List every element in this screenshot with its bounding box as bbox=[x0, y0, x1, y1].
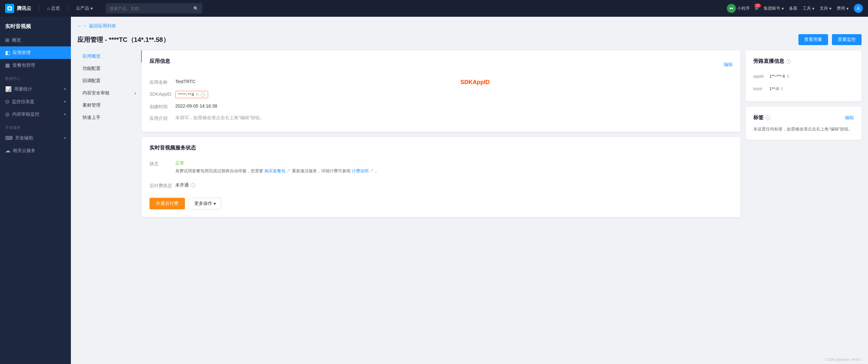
more-actions-label: 更多操作 bbox=[194, 201, 212, 206]
copy-icon[interactable]: ⎘ bbox=[196, 92, 199, 97]
service-status-card: 实时音视频服务状态 状态 正常 免费试用套餐包用完或过期将自动停服，您需要 购买… bbox=[142, 137, 740, 217]
sdk-app-id-row: SDKAppID ****-**8 ⎘ i bbox=[150, 88, 733, 101]
fee-label: 费用 bbox=[837, 5, 845, 11]
chevron-down-icon2: ▾ bbox=[782, 6, 784, 11]
tags-card-title-area: 标签 i bbox=[753, 114, 770, 121]
buy-package-link[interactable]: 购买套餐包 bbox=[265, 168, 285, 173]
mini-program-icon bbox=[727, 4, 736, 13]
sub-nav-item-label: 素材管理 bbox=[83, 102, 100, 108]
quality-monitor-button[interactable]: 质量监控 bbox=[832, 34, 862, 45]
bizid-value: 1**-0 bbox=[769, 86, 779, 91]
page-title: 应用管理 - ****TC（14*.1**.58） bbox=[77, 35, 169, 44]
page-header: 应用管理 - ****TC（14*.1**.58） 查看用量 质量监控 bbox=[77, 34, 862, 45]
sidebar-item-label: 套餐包管理 bbox=[12, 63, 35, 68]
back-to-app-list-link[interactable]: ← ← 返回应用列表 bbox=[77, 23, 862, 29]
fee-nav-item[interactable]: 费用 ▾ bbox=[837, 5, 849, 11]
billing-explanation-link[interactable]: 计费说明 bbox=[352, 168, 369, 173]
status-value: 正常 bbox=[175, 160, 184, 166]
svg-point-3 bbox=[732, 8, 733, 9]
sidebar-item-package-management[interactable]: ▦ 套餐包管理 bbox=[0, 59, 71, 71]
cloud-products-nav-item[interactable]: 云产品 ▾ bbox=[76, 5, 93, 11]
cloud-products-label: 云产品 bbox=[76, 5, 89, 11]
tags-description: 未设置任何标签，如需修改请点击右上角"编辑"按钮。 bbox=[753, 126, 854, 132]
sub-nav-material-management[interactable]: 素材管理 bbox=[77, 99, 142, 111]
sub-nav-feature-config[interactable]: 功能配置 bbox=[77, 63, 142, 75]
group-account-nav-item[interactable]: 集团账号 ▾ bbox=[764, 5, 784, 11]
sub-nav-app-overview[interactable]: 应用概览 bbox=[77, 50, 142, 63]
search-icon: 🔍 bbox=[193, 6, 198, 11]
app-intro-value: 未填写，如需修改请点击右上角"编辑"按钮。 bbox=[175, 115, 733, 121]
app-info-card-title: 应用信息 bbox=[150, 58, 170, 65]
app-icon: ◧ bbox=[5, 49, 10, 56]
tags-info-icon[interactable]: i bbox=[766, 115, 770, 120]
app-name-row: 应用名称 TestTRTC SDKAppID bbox=[150, 76, 733, 88]
sidebar-item-content-audit-monitor[interactable]: ◎ 内容审核监控 ▾ bbox=[0, 108, 71, 121]
content-area: 应用信息 编辑 应用名称 TestTRTC SDKAppID bbox=[142, 50, 862, 222]
app-info-edit-link[interactable]: 编辑 bbox=[724, 62, 733, 68]
section-label: 数据中心 bbox=[5, 76, 21, 81]
status-description: 免费试用套餐包用完或过期将自动停服，您需要 购买套餐包 ↗ 重新激活服务，详细计… bbox=[175, 167, 733, 174]
relay-info-icon[interactable]: i bbox=[786, 59, 791, 64]
sidebar-item-monitor-dashboard[interactable]: ⊙ 监控仪表盘 ▾ bbox=[0, 95, 71, 108]
sub-nav-item-label: 回调配置 bbox=[83, 78, 100, 83]
appid-copy-icon[interactable]: ⎘ bbox=[787, 74, 789, 78]
chevron-down-icon: ▾ bbox=[91, 6, 93, 11]
sdk-app-id-label: SDKAppID bbox=[150, 91, 175, 97]
view-usage-button[interactable]: 查看用量 bbox=[798, 34, 828, 45]
left-sidebar: 实时音视频 ⊞ 概览 ◧ 应用管理 ▦ 套餐包管理 数据中心 📊 用量统计 ▾ … bbox=[0, 17, 71, 364]
sidebar-item-app-management[interactable]: ◧ 应用管理 bbox=[0, 46, 71, 59]
section-dev-service: 开发服务 bbox=[0, 121, 71, 132]
logo[interactable]: 腾讯云 bbox=[5, 4, 31, 13]
info-icon[interactable]: i bbox=[201, 93, 205, 97]
bizid-copy-icon[interactable]: ⎘ bbox=[781, 86, 783, 91]
home-icon: ⌂ bbox=[47, 6, 50, 11]
postpay-info-icon[interactable]: i bbox=[191, 183, 195, 188]
sub-nav-callback-config[interactable]: 回调配置 bbox=[77, 75, 142, 87]
postpay-row: 后付费状态 未开通 i bbox=[150, 180, 733, 191]
bizid-label: bizid bbox=[753, 86, 769, 91]
sub-nav-quick-start[interactable]: 快速上手 bbox=[77, 111, 142, 124]
sidebar-item-label: 监控仪表盘 bbox=[12, 99, 34, 105]
sub-nav-item-label: 快速上手 bbox=[83, 115, 100, 120]
tags-card-title: 标签 bbox=[753, 114, 764, 121]
message-badge: 25 bbox=[754, 4, 761, 8]
message-nav-item[interactable]: ✉ 25 bbox=[755, 6, 758, 11]
sidebar-title: 实时音视频 bbox=[0, 17, 71, 34]
support-nav-item[interactable]: 支持 ▾ bbox=[820, 5, 832, 11]
sidebar-item-usage-stats[interactable]: 📊 用量统计 ▾ bbox=[0, 83, 71, 95]
sidebar-item-label: 用量统计 bbox=[14, 86, 32, 92]
tags-edit-link[interactable]: 编辑 bbox=[845, 115, 854, 121]
chart-icon: 📊 bbox=[5, 86, 11, 92]
left-column: 应用信息 编辑 应用名称 TestTRTC SDKAppID bbox=[142, 50, 740, 222]
sidebar-item-related-cloud-services[interactable]: ☁ 相关云服务 bbox=[0, 144, 71, 157]
status-row: 状态 正常 免费试用套餐包用完或过期将自动停服，您需要 购买套餐包 ↗ 重新激活… bbox=[150, 158, 733, 177]
chevron-down-icon: ▾ bbox=[64, 100, 66, 103]
content-wrapper: 应用信息 编辑 应用名称 TestTRTC SDKAppID bbox=[142, 50, 862, 222]
more-actions-button[interactable]: 更多操作 ▾ bbox=[189, 198, 221, 209]
package-icon: ▦ bbox=[5, 62, 10, 68]
status-value-area: 正常 免费试用套餐包用完或过期将自动停服，您需要 购买套餐包 ↗ 重新激活服务，… bbox=[175, 160, 733, 174]
sidebar-item-dev-assist[interactable]: ⌨ 开发辅助 ▾ bbox=[0, 132, 71, 144]
main-layout: 实时音视频 ⊞ 概览 ◧ 应用管理 ▦ 套餐包管理 数据中心 📊 用量统计 ▾ … bbox=[0, 0, 868, 364]
home-nav-item[interactable]: ⌂ 总览 bbox=[47, 5, 60, 11]
tools-label: 工具 bbox=[803, 5, 811, 11]
sub-nav-content-security[interactable]: 内容安全审核 › bbox=[77, 87, 142, 99]
sidebar-item-label: 相关云服务 bbox=[13, 148, 35, 154]
app-intro-row: 应用介绍 未填写，如需修改请点击右上角"编辑"按钮。 bbox=[150, 112, 733, 124]
chevron-down-icon5: ▾ bbox=[846, 6, 849, 11]
sub-content-layout: 应用概览 功能配置 回调配置 内容安全审核 › 素材管理 快速上手 bbox=[77, 50, 862, 222]
sidebar-item-overview[interactable]: ⊞ 概览 bbox=[0, 34, 71, 46]
main-content-area: ← ← 返回应用列表 应用管理 - ****TC（14*.1**.58） 查看用… bbox=[71, 17, 868, 364]
appid-label: appid bbox=[753, 74, 769, 78]
service-status-card-title: 实时音视频服务状态 bbox=[150, 145, 733, 152]
search-input[interactable] bbox=[110, 6, 191, 11]
tools-nav-item[interactable]: 工具 ▾ bbox=[803, 5, 814, 11]
avatar[interactable]: A bbox=[854, 4, 863, 13]
create-time-label: 创建时间 bbox=[150, 103, 175, 110]
external-link-icon: ↗ bbox=[286, 168, 292, 173]
relay-info-card: 旁路直播信息 i appid 1**-***-6 ⎘ bbox=[746, 50, 862, 101]
enable-postpay-button[interactable]: 开通后付费 bbox=[150, 198, 185, 209]
backup-nav-item[interactable]: 备案 bbox=[789, 5, 798, 11]
bizid-row: bizid 1**-0 ⎘ bbox=[753, 84, 854, 94]
mini-program-nav-item[interactable]: 小程序 bbox=[727, 4, 750, 13]
